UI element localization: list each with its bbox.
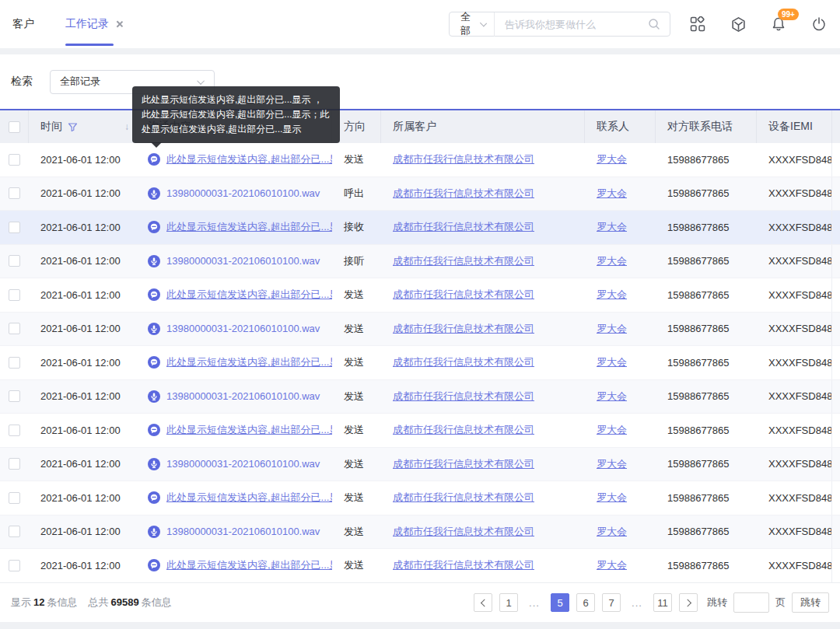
row-checkbox[interactable] (9, 560, 20, 571)
phone-cell: 15988677865 (667, 425, 730, 436)
close-tab-icon[interactable] (115, 19, 124, 29)
jump-page-input[interactable] (733, 592, 769, 613)
communication-content-link[interactable]: 此处显示短信发送内容,超出部分已...显示 (166, 491, 332, 505)
page-button-11[interactable]: 11 (653, 593, 672, 612)
communication-content-link[interactable]: 此处显示短信发送内容,超出部分已...显示 (166, 558, 332, 572)
tab-work-records[interactable]: 工作记录 (65, 0, 124, 48)
communication-content-link[interactable]: 此处显示短信发送内容,超出部分已...显示 (166, 220, 332, 234)
tab-customers[interactable]: 客户 (12, 0, 34, 48)
customer-link[interactable]: 成都市任我行信息技术有限公司 (393, 220, 534, 234)
contact-link[interactable]: 罗大会 (597, 457, 627, 471)
next-page-button[interactable] (679, 593, 698, 612)
tab-work-records-label: 工作记录 (65, 17, 109, 31)
page-button-5[interactable]: 5 (551, 593, 569, 612)
customer-link[interactable]: 成都市任我行信息技术有限公司 (393, 355, 534, 369)
customer-link[interactable]: 成都市任我行信息技术有限公司 (393, 288, 534, 302)
time-cell: 2021-06-01 12:00 (40, 187, 121, 199)
row-checkbox[interactable] (9, 255, 20, 267)
contact-link[interactable]: 罗大会 (597, 220, 627, 234)
table-row: 2021-06-01 12:00 此处显示短信发送内容,超出部分已...显示 接… (0, 211, 840, 245)
search-input[interactable] (495, 19, 648, 30)
contact-link[interactable]: 罗大会 (597, 254, 627, 268)
contact-link[interactable]: 罗大会 (597, 525, 627, 539)
select-all-checkbox[interactable] (9, 121, 20, 133)
page-button-7[interactable]: 7 (602, 593, 621, 612)
filter-funnel-icon[interactable] (68, 122, 78, 132)
jump-button[interactable]: 跳转 (792, 592, 829, 613)
page-button-6[interactable]: 6 (576, 593, 595, 612)
row-checkbox[interactable] (9, 187, 20, 199)
contact-link[interactable]: 罗大会 (597, 187, 627, 201)
customer-link[interactable]: 成都市任我行信息技术有限公司 (393, 254, 534, 268)
customer-link[interactable]: 成都市任我行信息技术有限公司 (393, 558, 534, 572)
customer-link[interactable]: 成都市任我行信息技术有限公司 (393, 390, 534, 404)
phone-cell: 15988677865 (667, 323, 730, 334)
top-navbar: 客户 工作记录 全部 (0, 0, 840, 48)
prev-page-button[interactable] (474, 593, 492, 612)
communication-content-link[interactable]: 13980000031-202106010100.wav (166, 390, 320, 402)
package-icon[interactable] (730, 16, 747, 33)
communication-content-link[interactable]: 13980000031-202106010100.wav (166, 526, 320, 537)
contact-link[interactable]: 罗大会 (597, 288, 627, 302)
communication-content-link[interactable]: 此处显示短信发送内容,超出部分已...显示 (166, 152, 332, 166)
contact-link[interactable]: 罗大会 (597, 355, 627, 369)
record-type-value: 全部记录 (60, 75, 100, 89)
phone-cell: 15988677865 (667, 222, 730, 233)
tab-customers-label: 客户 (12, 17, 34, 31)
message-bubble-icon (148, 221, 160, 233)
contact-link[interactable]: 罗大会 (597, 558, 627, 572)
communication-content-link[interactable]: 13980000031-202106010100.wav (166, 255, 320, 267)
direction-cell: 发送 (344, 491, 364, 505)
communication-content-link[interactable]: 此处显示短信发送内容,超出部分已...显示 (166, 355, 332, 369)
customer-link[interactable]: 成都市任我行信息技术有限公司 (393, 187, 534, 201)
page-background (0, 622, 840, 629)
customer-link[interactable]: 成都市任我行信息技术有限公司 (393, 525, 534, 539)
table-row: 2021-06-01 12:00 13980000031-20210601010… (0, 245, 840, 279)
communication-content-link[interactable]: 13980000031-202106010100.wav (166, 187, 320, 199)
apps-grid-icon[interactable] (689, 16, 706, 33)
search-category-value: 全部 (460, 10, 476, 38)
contact-link[interactable]: 罗大会 (597, 322, 627, 336)
search-icon[interactable] (648, 18, 660, 30)
customer-link[interactable]: 成都市任我行信息技术有限公司 (393, 457, 534, 471)
customer-link[interactable]: 成都市任我行信息技术有限公司 (393, 152, 534, 166)
row-checkbox[interactable] (9, 458, 20, 470)
iemi-cell: XXXXFSD8488 (768, 390, 832, 402)
row-checkbox[interactable] (9, 526, 20, 537)
contact-link[interactable]: 罗大会 (597, 491, 627, 505)
customer-link[interactable]: 成都市任我行信息技术有限公司 (393, 423, 534, 437)
iemi-cell: XXXXFSD8488 (768, 222, 832, 233)
row-checkbox[interactable] (9, 492, 20, 504)
phone-cell: 15988677865 (667, 255, 730, 267)
phone-cell: 15988677865 (667, 390, 730, 402)
row-checkbox[interactable] (9, 222, 20, 233)
communication-content-link[interactable]: 此处显示短信发送内容,超出部分已...显示 (166, 288, 332, 302)
row-checkbox[interactable] (9, 357, 20, 369)
contact-link[interactable]: 罗大会 (597, 152, 627, 166)
communication-content-link[interactable]: 13980000031-202106010100.wav (166, 323, 320, 334)
row-spacer (832, 448, 840, 481)
contact-link[interactable]: 罗大会 (597, 423, 627, 437)
direction-cell: 发送 (344, 558, 364, 572)
contact-link[interactable]: 罗大会 (597, 390, 627, 404)
customer-link[interactable]: 成都市任我行信息技术有限公司 (393, 322, 534, 336)
row-checkbox[interactable] (9, 425, 20, 436)
notification-count-badge: 99+ (778, 9, 799, 20)
chevron-down-icon (480, 19, 487, 26)
row-checkbox[interactable] (9, 323, 20, 334)
sort-descending-icon[interactable]: ↓ (124, 121, 129, 132)
power-icon[interactable] (810, 16, 828, 33)
customer-link[interactable]: 成都市任我行信息技术有限公司 (393, 491, 534, 505)
direction-cell: 呼出 (344, 187, 364, 201)
search-category-select[interactable]: 全部 (450, 10, 494, 38)
iemi-cell: XXXXFSD8488 (768, 492, 832, 504)
row-spacer (832, 245, 840, 278)
communication-content-link[interactable]: 13980000031-202106010100.wav (166, 458, 320, 470)
row-checkbox[interactable] (9, 154, 20, 166)
time-cell: 2021-06-01 12:00 (40, 526, 121, 537)
notification-bell-icon[interactable]: 99+ (770, 16, 787, 33)
communication-content-link[interactable]: 此处显示短信发送内容,超出部分已...显示 (166, 423, 332, 437)
page-button-1[interactable]: 1 (499, 593, 518, 612)
row-checkbox[interactable] (9, 390, 20, 402)
row-checkbox[interactable] (9, 289, 20, 301)
